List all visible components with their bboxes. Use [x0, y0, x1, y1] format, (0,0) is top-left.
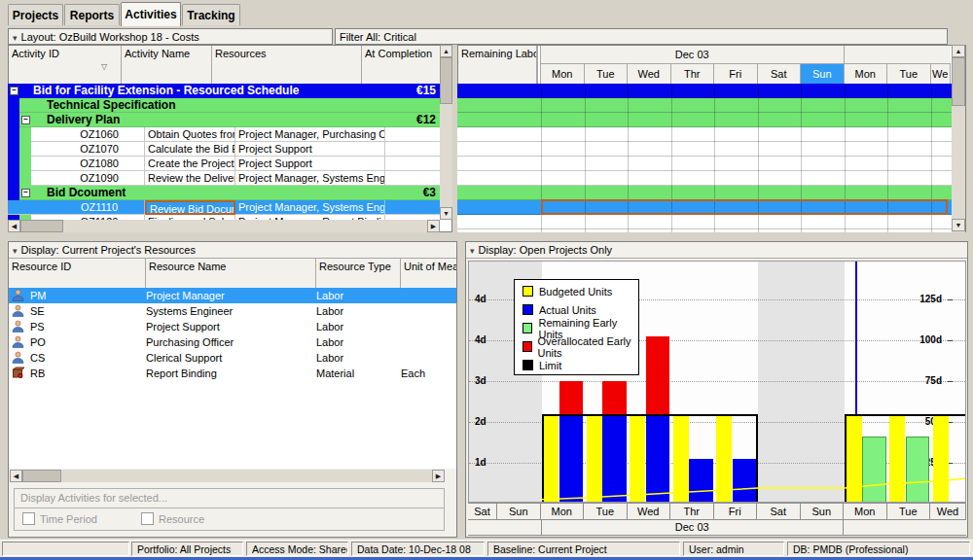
resource-checkbox[interactable]: Resource	[141, 513, 204, 525]
gantt-day-cell[interactable]: Mon	[845, 64, 888, 84]
activity-table-header-id[interactable]: Activity ID ▽	[9, 46, 122, 84]
gantt-day-cell[interactable]: Sun	[801, 64, 845, 84]
wbs-name: Delivery Plan	[47, 113, 348, 127]
resources-panel-titlebar[interactable]: ▾Display: Current Project's Resources	[9, 243, 456, 259]
resources-header-id[interactable]: Resource ID	[9, 259, 146, 288]
gantt-day-cell[interactable]: Mon	[541, 64, 585, 84]
resources-header-unit[interactable]: Unit of Meas	[401, 259, 456, 288]
chevron-down-icon: ▾	[470, 246, 475, 256]
histogram-panel-titlebar[interactable]: ▾Display: Open Projects Only	[466, 243, 967, 259]
scroll-up-icon[interactable]: ▲	[952, 45, 965, 57]
scroll-right-icon[interactable]: ▶	[432, 470, 445, 482]
gantt-row[interactable]	[457, 215, 952, 229]
resources-header-type[interactable]: Resource Type	[316, 259, 401, 288]
chart-day-cell: Wed	[628, 503, 671, 520]
activity-row[interactable]: OZ1090Review the Delivery PProject Manag…	[31, 171, 440, 186]
activity-table-hscrollbar[interactable]	[8, 220, 440, 232]
chart-day-cell: Tue	[887, 503, 931, 520]
scroll-right-icon[interactable]: ▶	[427, 220, 440, 232]
scroll-thumb[interactable]	[952, 57, 965, 106]
gantt-day-cell[interactable]: Tue	[887, 64, 931, 84]
at-completion-cell: €1	[385, 171, 440, 186]
chart-week-cell	[468, 520, 541, 536]
time-period-checkbox[interactable]: Time Period	[22, 513, 97, 525]
resource-row[interactable]: PSProject SupportLabor	[9, 319, 456, 334]
right-axis-tick-label: 125d	[905, 294, 942, 305]
left-axis-tick-label: 4d	[475, 294, 498, 305]
resource-row[interactable]: SESystems EngineerLabor	[9, 303, 456, 319]
activity-row-wbs[interactable]: −Delivery Plan€12	[19, 113, 440, 127]
gantt-units-column-header[interactable]: Remaining Labor Units	[458, 46, 537, 84]
activity-row[interactable]: OZ1070Calculate the Bid EstinProject Sup…	[31, 142, 440, 157]
gantt-day-cell[interactable]: Fri	[714, 64, 758, 84]
resource-row[interactable]: PMProject ManagerLabor	[9, 288, 456, 303]
activity-row-wbs[interactable]: Technical Specification	[19, 98, 440, 113]
activity-row-project[interactable]: −Bid for Facility Extension - Resourced …	[8, 84, 440, 98]
scroll-thumb[interactable]	[440, 57, 452, 104]
time-period-label: Time Period	[40, 513, 97, 525]
gantt-day-cell[interactable]: Thr	[671, 64, 715, 84]
gantt-week-cell[interactable]	[845, 46, 952, 64]
gantt-row[interactable]	[457, 98, 952, 113]
scroll-thumb[interactable]	[22, 470, 61, 482]
gantt-row[interactable]	[457, 127, 952, 142]
activity-row[interactable]: OZ1110Review Bid DocumentProject Manager…	[8, 200, 440, 215]
left-axis-tick-label: 4d	[475, 334, 498, 346]
scroll-left-icon[interactable]: ◀	[8, 220, 20, 232]
filter-icon[interactable]: ▽	[101, 62, 107, 71]
resource-label: Resource	[159, 513, 204, 525]
chevron-down-icon: ▾	[13, 246, 18, 256]
actual-units-swatch	[523, 304, 533, 315]
layout-bar[interactable]: ▾Layout: OzBuild Workshop 18 - Costs	[8, 28, 333, 45]
gantt-day-cell[interactable]: Wed	[628, 64, 671, 84]
remaining-early-units-swatch	[523, 323, 532, 333]
resources-table-body: PMProject ManagerLaborSESystems Engineer…	[9, 288, 456, 469]
scroll-down-icon[interactable]: ▼	[440, 207, 452, 220]
status-segment: User: admin	[683, 542, 784, 556]
scroll-up-icon[interactable]: ▲	[440, 45, 452, 57]
scroll-thumb[interactable]	[20, 220, 63, 232]
scroll-down-icon[interactable]: ▼	[952, 219, 965, 231]
gantt-day-cell[interactable]: Sat	[758, 64, 802, 84]
gantt-row[interactable]	[457, 84, 952, 98]
resources-hscrollbar[interactable]	[10, 470, 445, 482]
gantt-row[interactable]	[457, 142, 952, 157]
resources-header-name[interactable]: Resource Name	[146, 259, 316, 288]
tab-activities[interactable]: Activities	[121, 2, 181, 26]
gantt-week-cell[interactable]: Dec 03	[541, 46, 845, 64]
resource-row[interactable]: RBReport BindingMaterialEach	[9, 366, 456, 381]
resource-name: Systems Engineer	[146, 303, 311, 319]
activity-table-header-name[interactable]: Activity Name	[122, 46, 212, 84]
activity-row[interactable]: OZ1080Create the Project SchProject Supp…	[31, 157, 440, 171]
person-icon	[12, 304, 24, 317]
tab-reports[interactable]: Reports	[64, 4, 120, 25]
tab-projects[interactable]: Projects	[8, 4, 63, 25]
gantt-day-cell[interactable]: We	[931, 64, 952, 84]
resource-id: RB	[30, 366, 137, 381]
weekend-shading	[802, 262, 846, 503]
gantt-row[interactable]	[457, 113, 952, 127]
activity-row[interactable]: OZ1060Obtain Quotes from SuProject Manag…	[31, 127, 440, 142]
at-completion-value	[362, 98, 436, 113]
gantt-row[interactable]	[457, 186, 952, 200]
resource-id: CS	[30, 350, 137, 366]
wbs-name: Bid Dcoument	[47, 186, 348, 200]
activity-table-body: −Bid for Facility Extension - Resourced …	[8, 84, 440, 220]
resource-row[interactable]: POPurchasing OfficerLabor	[9, 334, 456, 350]
collapse-icon[interactable]: −	[21, 116, 30, 124]
gantt-day-cell[interactable]: Tue	[585, 64, 629, 84]
weekend-shading	[758, 262, 802, 503]
tab-tracking[interactable]: Tracking	[182, 4, 240, 25]
filter-bar[interactable]: Filter All: Critical	[335, 28, 948, 45]
resource-row[interactable]: CSClerical SupportLabor	[9, 350, 456, 366]
collapse-icon[interactable]: −	[10, 87, 18, 95]
histogram-panel-title: Display: Open Projects Only	[479, 244, 613, 256]
legend-label: Budgeted Units	[539, 286, 612, 298]
collapse-icon[interactable]: −	[21, 189, 30, 197]
gantt-row[interactable]	[457, 157, 952, 171]
activity-row-wbs[interactable]: −Bid Dcoument€3	[19, 186, 440, 200]
activity-table-header-atcompletion[interactable]: At Completion	[362, 46, 440, 84]
activity-table-header-resources[interactable]: Resources	[212, 46, 362, 84]
gantt-row[interactable]	[457, 171, 952, 186]
scroll-left-icon[interactable]: ◀	[10, 470, 22, 482]
